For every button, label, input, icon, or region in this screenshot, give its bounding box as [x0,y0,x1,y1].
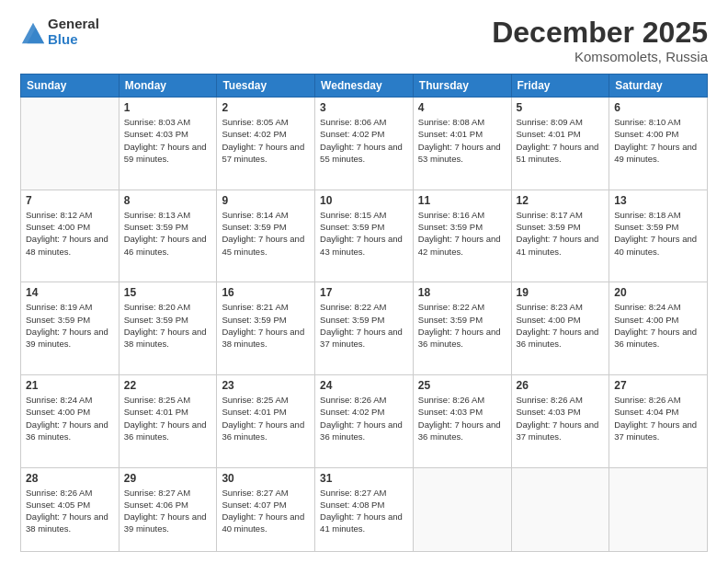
day-number: 12 [517,194,605,207]
logo-icon [20,19,46,45]
calendar-cell: 30Sunrise: 8:27 AMSunset: 4:07 PMDayligh… [217,467,315,552]
weekday-header-cell: Saturday [609,75,708,98]
calendar-cell: 23Sunrise: 8:25 AMSunset: 4:01 PMDayligh… [217,374,315,467]
weekday-header-cell: Tuesday [217,75,315,98]
calendar-cell [413,467,511,552]
day-number: 31 [320,472,408,485]
day-info: Sunrise: 8:24 AMSunset: 4:00 PMDaylight:… [26,394,114,442]
day-info: Sunrise: 8:22 AMSunset: 3:59 PMDaylight:… [418,301,506,350]
day-info: Sunrise: 8:23 AMSunset: 4:00 PMDaylight:… [517,301,605,350]
calendar-cell: 17Sunrise: 8:22 AMSunset: 3:59 PMDayligh… [315,282,414,375]
day-number: 17 [320,286,408,299]
calendar-cell: 15Sunrise: 8:20 AMSunset: 3:59 PMDayligh… [119,282,217,375]
calendar-cell: 19Sunrise: 8:23 AMSunset: 4:00 PMDayligh… [511,282,609,375]
day-number: 23 [222,379,310,392]
calendar-week-row: 14Sunrise: 8:19 AMSunset: 3:59 PMDayligh… [21,282,708,375]
day-info: Sunrise: 8:26 AMSunset: 4:03 PMDaylight:… [418,394,506,442]
weekday-header-cell: Friday [511,75,609,98]
calendar-cell: 16Sunrise: 8:21 AMSunset: 3:59 PMDayligh… [217,282,315,375]
day-number: 11 [418,194,506,207]
calendar-cell: 3Sunrise: 8:06 AMSunset: 4:02 PMDaylight… [315,98,414,190]
calendar-cell: 2Sunrise: 8:05 AMSunset: 4:02 PMDaylight… [217,98,315,190]
calendar-week-row: 7Sunrise: 8:12 AMSunset: 4:00 PMDaylight… [21,190,708,282]
header: General Blue December 2025 Komsomolets, … [20,17,708,64]
calendar-cell: 8Sunrise: 8:13 AMSunset: 3:59 PMDaylight… [119,190,217,282]
day-info: Sunrise: 8:25 AMSunset: 4:01 PMDaylight:… [124,394,212,442]
day-number: 20 [614,286,702,299]
weekday-header-cell: Wednesday [315,75,414,98]
month-title: December 2025 [492,17,708,49]
weekday-header-cell: Thursday [413,75,511,98]
day-number: 16 [222,286,310,299]
day-number: 5 [517,101,605,114]
calendar-cell: 26Sunrise: 8:26 AMSunset: 4:03 PMDayligh… [511,374,609,467]
calendar-cell: 7Sunrise: 8:12 AMSunset: 4:00 PMDaylight… [21,190,119,282]
weekday-header-cell: Monday [119,75,217,98]
day-number: 18 [418,286,506,299]
calendar-cell: 12Sunrise: 8:17 AMSunset: 3:59 PMDayligh… [511,190,609,282]
day-number: 9 [222,194,310,207]
calendar-week-row: 28Sunrise: 8:26 AMSunset: 4:05 PMDayligh… [21,467,708,552]
calendar-cell: 22Sunrise: 8:25 AMSunset: 4:01 PMDayligh… [119,374,217,467]
day-info: Sunrise: 8:06 AMSunset: 4:02 PMDaylight:… [320,116,408,165]
day-info: Sunrise: 8:26 AMSunset: 4:03 PMDaylight:… [517,394,605,442]
day-info: Sunrise: 8:08 AMSunset: 4:01 PMDaylight:… [418,116,506,165]
calendar-cell: 9Sunrise: 8:14 AMSunset: 3:59 PMDaylight… [217,190,315,282]
weekday-header-cell: Sunday [21,75,119,98]
calendar-cell: 24Sunrise: 8:26 AMSunset: 4:02 PMDayligh… [315,374,414,467]
day-info: Sunrise: 8:15 AMSunset: 3:59 PMDaylight:… [320,209,408,258]
calendar-cell: 21Sunrise: 8:24 AMSunset: 4:00 PMDayligh… [21,374,119,467]
calendar-cell: 20Sunrise: 8:24 AMSunset: 4:00 PMDayligh… [609,282,708,375]
day-number: 24 [320,379,408,392]
day-number: 14 [26,286,114,299]
day-number: 13 [614,194,702,207]
logo-text: General Blue [48,17,99,47]
calendar-cell: 27Sunrise: 8:26 AMSunset: 4:04 PMDayligh… [609,374,708,467]
calendar-cell: 14Sunrise: 8:19 AMSunset: 3:59 PMDayligh… [21,282,119,375]
day-info: Sunrise: 8:03 AMSunset: 4:03 PMDaylight:… [124,116,212,165]
day-number: 19 [517,286,605,299]
calendar-cell [511,467,609,552]
day-info: Sunrise: 8:25 AMSunset: 4:01 PMDaylight:… [222,394,310,442]
day-number: 1 [124,101,212,114]
day-number: 21 [26,379,114,392]
calendar-cell: 31Sunrise: 8:27 AMSunset: 4:08 PMDayligh… [315,467,414,552]
day-info: Sunrise: 8:27 AMSunset: 4:07 PMDaylight:… [222,487,310,535]
calendar-cell [609,467,708,552]
day-info: Sunrise: 8:26 AMSunset: 4:04 PMDaylight:… [614,394,702,442]
page: General Blue December 2025 Komsomolets, … [0,0,728,563]
day-number: 22 [124,379,212,392]
weekday-header: SundayMondayTuesdayWednesdayThursdayFrid… [21,75,708,98]
day-info: Sunrise: 8:12 AMSunset: 4:00 PMDaylight:… [26,209,114,258]
day-info: Sunrise: 8:17 AMSunset: 3:59 PMDaylight:… [517,209,605,258]
logo-blue: Blue [48,32,99,48]
calendar-cell: 11Sunrise: 8:16 AMSunset: 3:59 PMDayligh… [413,190,511,282]
calendar-cell: 18Sunrise: 8:22 AMSunset: 3:59 PMDayligh… [413,282,511,375]
day-info: Sunrise: 8:19 AMSunset: 3:59 PMDaylight:… [26,301,114,350]
day-number: 6 [614,101,702,114]
day-info: Sunrise: 8:13 AMSunset: 3:59 PMDaylight:… [124,209,212,258]
calendar-cell: 29Sunrise: 8:27 AMSunset: 4:06 PMDayligh… [119,467,217,552]
calendar-cell: 5Sunrise: 8:09 AMSunset: 4:01 PMDaylight… [511,98,609,190]
calendar-cell: 4Sunrise: 8:08 AMSunset: 4:01 PMDaylight… [413,98,511,190]
day-info: Sunrise: 8:20 AMSunset: 3:59 PMDaylight:… [124,301,212,350]
day-info: Sunrise: 8:27 AMSunset: 4:06 PMDaylight:… [124,487,212,535]
calendar-cell: 13Sunrise: 8:18 AMSunset: 3:59 PMDayligh… [609,190,708,282]
day-number: 2 [222,101,310,114]
logo: General Blue [20,17,99,47]
day-number: 8 [124,194,212,207]
day-info: Sunrise: 8:26 AMSunset: 4:02 PMDaylight:… [320,394,408,442]
day-info: Sunrise: 8:10 AMSunset: 4:00 PMDaylight:… [614,116,702,165]
day-info: Sunrise: 8:21 AMSunset: 3:59 PMDaylight:… [222,301,310,350]
calendar-cell: 6Sunrise: 8:10 AMSunset: 4:00 PMDaylight… [609,98,708,190]
title-block: December 2025 Komsomolets, Russia [492,17,708,64]
day-number: 3 [320,101,408,114]
day-info: Sunrise: 8:16 AMSunset: 3:59 PMDaylight:… [418,209,506,258]
calendar-cell [21,98,119,190]
day-info: Sunrise: 8:14 AMSunset: 3:59 PMDaylight:… [222,209,310,258]
day-number: 25 [418,379,506,392]
day-info: Sunrise: 8:24 AMSunset: 4:00 PMDaylight:… [614,301,702,350]
day-info: Sunrise: 8:05 AMSunset: 4:02 PMDaylight:… [222,116,310,165]
calendar: SundayMondayTuesdayWednesdayThursdayFrid… [20,74,708,552]
day-number: 4 [418,101,506,114]
